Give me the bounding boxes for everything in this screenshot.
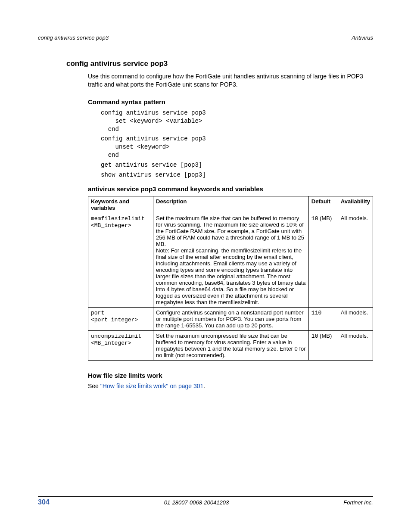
default-mono: 10 bbox=[311, 215, 318, 222]
table-heading: antivirus service pop3 command keywords … bbox=[88, 185, 373, 193]
section-title: config antivirus service pop3 bbox=[66, 59, 373, 68]
footer-company: Fortinet Inc. bbox=[343, 499, 373, 506]
th-keywords: Keywords and variables bbox=[88, 196, 153, 213]
howworks-suffix: . bbox=[203, 383, 205, 389]
cell-default: 10 (MB) bbox=[308, 213, 338, 307]
cell-default: 110 bbox=[308, 307, 338, 330]
howworks-link[interactable]: "How file size limits work" on page 301 bbox=[100, 383, 203, 389]
cell-keyword: port <port_integer> bbox=[88, 307, 153, 330]
table-row: memfilesizelimit <MB_integer> Set the ma… bbox=[88, 213, 373, 307]
cell-keyword: uncompsizelimit <MB_integer> bbox=[88, 330, 153, 360]
table-row: uncompsizelimit <MB_integer> Set the max… bbox=[88, 330, 373, 360]
th-description: Description bbox=[153, 196, 309, 213]
kw-arg: <port_integer> bbox=[91, 317, 138, 323]
default-unit: (MB) bbox=[318, 215, 332, 221]
howworks-heading: How file size limits work bbox=[88, 372, 373, 379]
code-block-unset: config antivirus service pop3 unset <key… bbox=[101, 135, 373, 159]
table-header-row: Keywords and variables Description Defau… bbox=[88, 196, 373, 213]
default-unit: (MB) bbox=[318, 333, 332, 339]
cell-avail: All models. bbox=[338, 213, 373, 307]
howworks-prefix: See bbox=[88, 383, 100, 389]
table-row: port <port_integer> Configure antivirus … bbox=[88, 307, 373, 330]
syntax-heading: Command syntax pattern bbox=[88, 98, 373, 106]
footer-doc-id: 01-28007-0068-20041203 bbox=[164, 499, 229, 506]
code-block-set: config antivirus service pop3 set <keywo… bbox=[101, 109, 373, 134]
page-header: config antivirus service pop3 Antivirus bbox=[38, 34, 373, 42]
keywords-table: Keywords and variables Description Defau… bbox=[88, 196, 373, 361]
code-line-show: show antivirus service [pop3] bbox=[101, 171, 373, 179]
cell-keyword: memfilesizelimit <MB_integer> bbox=[88, 213, 153, 307]
cell-default: 10 (MB) bbox=[308, 330, 338, 360]
kw-name: memfilesizelimit bbox=[91, 215, 145, 222]
kw-name: port bbox=[91, 310, 104, 316]
cell-avail: All models. bbox=[338, 307, 373, 330]
th-availability: Availability bbox=[338, 196, 373, 213]
kw-arg: <MB_integer> bbox=[91, 222, 131, 229]
cell-desc: Set the maximum file size that can be bu… bbox=[153, 213, 309, 307]
cell-desc: Set the maximum uncompressed file size t… bbox=[153, 330, 309, 360]
cell-desc: Configure antivirus scanning on a nonsta… bbox=[153, 307, 309, 330]
howworks-text: See "How file size limits work" on page … bbox=[88, 383, 373, 389]
code-line-get: get antivirus service [pop3] bbox=[101, 161, 373, 169]
kw-arg: <MB_integer> bbox=[91, 340, 131, 346]
footer-page-number: 304 bbox=[38, 498, 50, 506]
header-right: Antivirus bbox=[352, 34, 373, 41]
default-mono: 10 bbox=[311, 333, 318, 339]
page-footer: 304 01-28007-0068-20041203 Fortinet Inc. bbox=[38, 496, 373, 506]
header-left: config antivirus service pop3 bbox=[38, 34, 109, 41]
cell-avail: All models. bbox=[338, 330, 373, 360]
kw-name: uncompsizelimit bbox=[91, 333, 141, 339]
default-mono: 110 bbox=[311, 310, 321, 316]
intro-text: Use this command to configure how the Fo… bbox=[88, 72, 373, 89]
th-default: Default bbox=[308, 196, 338, 213]
